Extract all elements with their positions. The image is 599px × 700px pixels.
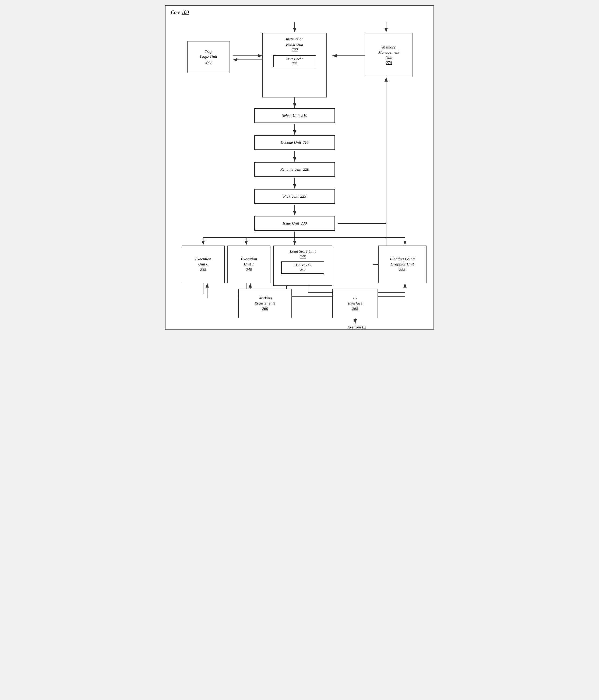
instr-cache-line1: Instr. Cache [286,57,303,61]
trap-logic-line2: Logic Unit [200,54,217,60]
issue-unit-line1: Issue Unit [283,221,299,226]
mem-mgmt-line3: Unit [385,55,393,60]
select-unit-ref: 210 [302,113,308,119]
pick-unit-box: Pick Unit 225 [254,189,335,204]
to-from-l2-text: To/From L2 [347,325,366,329]
select-unit-box: Select Unit 210 [254,108,335,123]
l2-line1: L2 [353,296,357,301]
fp-line1: Floating Point/ [390,256,415,262]
working-reg-ref: 260 [262,306,268,311]
pick-unit-line1: Pick Unit [283,194,298,199]
exec0-line2: Unit 0 [198,262,208,267]
instr-fetch-ref: 200 [292,47,298,52]
exec1-ref: 240 [246,267,252,272]
decode-unit-ref: 215 [303,140,309,145]
data-cache-box: Data Cache 250 [281,261,324,274]
trap-logic-line1: Trap [205,49,212,55]
working-reg-box: Working Register File 260 [238,289,292,318]
l2-ref: 265 [352,306,359,311]
rename-unit-box: Rename Unit 220 [254,162,335,177]
data-cache-ref: 250 [284,268,321,272]
load-store-line1: Load Store Unit [290,249,316,254]
exec0-unit-box: Execution Unit 0 235 [182,246,225,283]
issue-unit-box: Issue Unit 230 [254,216,335,231]
load-store-unit-box: Load Store Unit 245 Data Cache 250 [273,246,332,286]
trap-logic-ref: 275 [206,60,212,65]
exec1-unit-box: Execution Unit 1 240 [227,246,270,283]
decode-unit-line1: Decode Unit [281,140,301,145]
exec0-ref: 235 [200,267,206,272]
rename-unit-line1: Rename Unit [280,167,302,172]
instr-fetch-line1: Instruction [286,36,304,42]
fp-line2: Graphics Unit [391,262,414,267]
load-store-ref: 245 [300,254,306,259]
exec0-line1: Execution [195,256,211,262]
pick-unit-ref: 225 [300,194,306,199]
instr-cache-ref: 205 [276,61,313,66]
l2-interface-box: L2 Interface 265 [332,289,378,318]
fp-graphics-unit-box: Floating Point/ Graphics Unit 255 [378,246,426,283]
mem-mgmt-unit-box: Memory Management Unit 270 [365,33,413,77]
page: Core 100 [165,5,434,329]
exec1-line1: Execution [241,256,257,262]
trap-logic-unit-box: Trap Logic Unit 275 [187,41,230,73]
l2-line2: Interface [348,301,362,306]
mem-mgmt-ref: 270 [386,60,392,66]
fp-ref: 255 [399,267,406,272]
working-reg-line2: Register File [255,301,276,306]
rename-unit-ref: 220 [303,167,309,172]
working-reg-line1: Working [258,296,272,301]
decode-unit-box: Decode Unit 215 [254,135,335,150]
data-cache-line1: Data Cache [294,263,311,267]
instr-fetch-line2: Fetch Unit [286,42,304,47]
diagram: Trap Logic Unit 275 Instruction Fetch Un… [171,14,428,324]
to-from-l2-label: To/From L2 [343,325,370,329]
mem-mgmt-line1: Memory [382,45,396,50]
exec1-line2: Unit 1 [244,262,254,267]
mem-mgmt-line2: Management [379,50,399,55]
instr-fetch-unit-box: Instruction Fetch Unit 200 Instr. Cache … [262,33,327,97]
select-unit-line1: Select Unit [282,113,300,119]
instr-cache-box: Instr. Cache 205 [273,55,316,68]
issue-unit-ref: 230 [301,221,307,226]
